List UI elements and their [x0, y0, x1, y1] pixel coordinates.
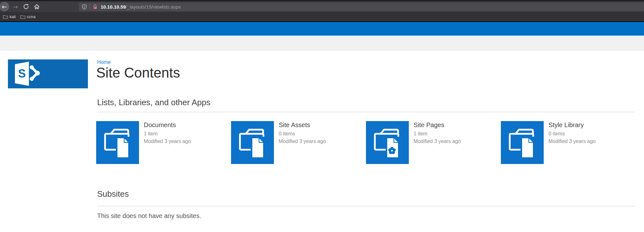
- insecure-lock-icon[interactable]: [92, 4, 98, 10]
- folder-document-icon: [501, 121, 544, 164]
- sharepoint-suite-bar: [0, 22, 644, 36]
- app-tile-title[interactable]: Style Library: [548, 121, 596, 128]
- back-button[interactable]: ←: [0, 2, 9, 11]
- app-tile-modified: Modified 3 years ago: [414, 138, 461, 145]
- urlbar-separator: [90, 4, 90, 10]
- apps-section-divider: [97, 112, 635, 112]
- back-arrow-icon: ←: [2, 4, 7, 10]
- app-tile: Site Pages 1 item Modified 3 years ago: [366, 121, 501, 164]
- reload-button[interactable]: [23, 4, 29, 10]
- folder-document-icon: [366, 121, 409, 164]
- bookmark-folder-ccna[interactable]: ccna: [20, 14, 36, 19]
- address-bar[interactable]: 10.10.10.59/_layouts/15/viewlsts.aspx: [79, 3, 644, 11]
- bookmark-label: kali: [10, 14, 16, 19]
- app-tile-icon[interactable]: [96, 121, 139, 164]
- tracking-shield-icon[interactable]: [82, 4, 87, 10]
- url-text: 10.10.10.59/_layouts/15/viewlsts.aspx: [101, 4, 181, 10]
- app-tile-text: Site Pages 1 item Modified 3 years ago: [414, 121, 461, 164]
- url-path: /_layouts/15/viewlsts.aspx: [126, 4, 181, 10]
- app-tile-title[interactable]: Site Pages: [414, 121, 461, 128]
- forward-button[interactable]: →: [13, 4, 18, 10]
- svg-text:S: S: [18, 67, 26, 80]
- app-tile-icon[interactable]: [501, 121, 544, 164]
- url-host: 10.10.10.59: [101, 4, 126, 10]
- browser-chrome: ← →: [0, 0, 644, 51]
- subsites-empty-message: This site does not have any subsites.: [97, 212, 201, 220]
- app-tile-item-count: 0 items: [548, 130, 596, 138]
- bookmarks-bar: kali ccna: [0, 12, 644, 21]
- folder-icon: [3, 15, 8, 19]
- page-title: Site Contents: [96, 65, 180, 81]
- reload-icon: [23, 4, 29, 10]
- app-tile: Documents 1 item Modified 3 years ago: [96, 121, 231, 164]
- app-tile-icon[interactable]: [366, 121, 409, 164]
- apps-section-heading: Lists, Libraries, and other Apps: [97, 97, 210, 107]
- app-tile-text: Site Assets 0 items Modified 3 years ago: [279, 121, 326, 164]
- app-tile-item-count: 1 item: [144, 130, 191, 138]
- sharepoint-ribbon-band: [0, 36, 644, 51]
- sharepoint-logo-icon: S: [8, 59, 88, 88]
- app-tile-modified: Modified 3 years ago: [144, 138, 191, 145]
- app-tile-item-count: 0 items: [279, 130, 326, 138]
- app-tile-modified: Modified 3 years ago: [548, 138, 596, 145]
- bookmark-label: ccna: [27, 14, 36, 19]
- app-tile: Site Assets 0 items Modified 3 years ago: [231, 121, 366, 164]
- bookmark-folder-kali[interactable]: kali: [3, 14, 16, 19]
- home-button[interactable]: [34, 4, 40, 10]
- app-tile-text: Documents 1 item Modified 3 years ago: [144, 121, 191, 164]
- app-tiles-row: Documents 1 item Modified 3 years ago: [96, 121, 636, 164]
- app-tile-modified: Modified 3 years ago: [279, 138, 326, 145]
- forward-arrow-icon: →: [13, 4, 18, 10]
- folder-icon: [20, 15, 25, 19]
- folder-document-icon: [231, 121, 274, 164]
- app-tile-title[interactable]: Site Assets: [279, 121, 326, 128]
- app-tile-title[interactable]: Documents: [144, 121, 191, 128]
- app-tile-text: Style Library 0 items Modified 3 years a…: [548, 121, 596, 164]
- app-tile: Style Library 0 items Modified 3 years a…: [501, 121, 636, 164]
- folder-document-icon: [96, 121, 139, 164]
- home-icon: [34, 4, 40, 10]
- app-tile-icon[interactable]: [231, 121, 274, 164]
- site-logo[interactable]: S: [8, 59, 88, 88]
- browser-toolbar: ← →: [0, 1, 644, 12]
- subsites-section-divider: [97, 206, 635, 206]
- app-tile-item-count: 1 item: [414, 130, 461, 138]
- subsites-section-heading: Subsites: [97, 189, 129, 199]
